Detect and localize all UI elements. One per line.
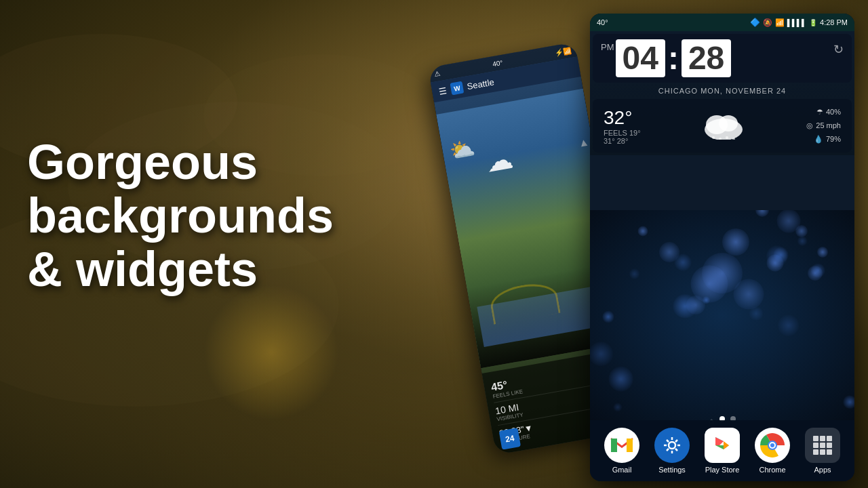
city-name: Seattle xyxy=(466,77,494,92)
bokeh-circle-extra xyxy=(673,294,696,318)
dock-item-settings[interactable]: Settings xyxy=(654,428,690,474)
gmail-icon xyxy=(604,428,639,463)
statusbar-temp-left: 40° xyxy=(492,58,503,67)
bokeh-circle-extra xyxy=(778,314,800,336)
weather-temp-section: 32° FEELS 19° 31° 28° xyxy=(604,107,641,145)
clock-date: CHICAGO MON, NOVEMBER 24 xyxy=(590,85,854,99)
apps-icon xyxy=(805,428,840,463)
bokeh-circle-extra xyxy=(602,311,614,323)
bokeh-circle xyxy=(817,247,828,258)
bluetooth-icon: 🔷 xyxy=(750,18,760,27)
headline-line3: & widgets xyxy=(27,243,334,296)
apps-label: Apps xyxy=(814,466,831,474)
statusbar-icons: ⚡📶 xyxy=(554,47,572,57)
svg-rect-8 xyxy=(611,439,617,452)
weather-cloud-icon xyxy=(648,106,800,146)
humidity-icon: 💧 xyxy=(814,133,823,146)
bokeh-circle xyxy=(638,226,648,237)
bokeh-circle-extra xyxy=(629,268,640,279)
svg-rect-34 xyxy=(820,443,825,448)
weather-widget: 32° FEELS 19° 31° 28° xyxy=(593,99,852,152)
clock-hour: 04 xyxy=(616,39,665,77)
svg-rect-30 xyxy=(813,436,818,441)
clock-ampm: PM xyxy=(601,42,614,52)
nav-indicator: ▲ xyxy=(577,136,590,150)
bokeh-circle-extra xyxy=(811,264,825,278)
weather-temp-big: 32° xyxy=(604,107,641,129)
wind-stat: ◎ 25 mph xyxy=(806,119,841,133)
bokeh-circle-extra xyxy=(675,253,692,270)
clock-widget: PM 04 : 28 ↻ xyxy=(593,34,852,83)
svg-rect-9 xyxy=(627,439,633,452)
bokeh-circle-extra xyxy=(608,366,633,391)
wind-icon: ◎ xyxy=(806,119,813,133)
humidity-stat: 💧 79% xyxy=(806,133,841,146)
playstore-icon xyxy=(705,428,740,463)
statusbar: 40° 🔷 🔕 📶 ▌▌▌▌ 🔋 4:28 PM xyxy=(590,14,854,31)
gmail-label: Gmail xyxy=(612,466,632,474)
svg-point-2 xyxy=(719,115,738,131)
svg-point-5 xyxy=(726,136,728,139)
bokeh-circle-extra xyxy=(590,342,613,366)
rain-pct: 40% xyxy=(826,106,841,119)
bokeh-circle-extra xyxy=(773,247,789,262)
headline: Gorgeous backgrounds & widgets xyxy=(27,136,334,297)
mute-icon: 🔕 xyxy=(763,18,772,27)
bokeh-circle xyxy=(755,210,769,217)
chrome-label: Chrome xyxy=(759,466,785,474)
weather-stats: ☂ 40% ◎ 25 mph 💧 79% xyxy=(806,106,841,146)
dock: Gmail xyxy=(590,420,854,481)
bokeh-circle xyxy=(702,253,743,293)
widget-area: PM 04 : 28 ↻ CHICAGO MON, NOVEMBER 24 32… xyxy=(590,31,854,155)
humidity-val: 79% xyxy=(826,133,841,146)
statusbar-time: 4:28 PM xyxy=(820,18,848,26)
statusbar-warning: ⚠ xyxy=(434,69,441,77)
bokeh-background xyxy=(590,210,854,420)
calendar-day: 24 xyxy=(505,434,515,443)
headline-line2: backgrounds xyxy=(27,189,334,243)
dock-item-gmail[interactable]: Gmail xyxy=(604,428,639,474)
dock-item-apps[interactable]: Apps xyxy=(805,428,840,474)
dock-item-playstore[interactable]: Play Store xyxy=(705,428,740,474)
rain-stat: ☂ 40% xyxy=(806,106,841,119)
weather-feels: FEELS 19° xyxy=(604,129,641,137)
svg-rect-38 xyxy=(827,449,832,455)
calendar-icon: 24 xyxy=(499,428,521,449)
headline-line1: Gorgeous xyxy=(27,136,334,189)
umbrella-icon: ☂ xyxy=(816,106,823,119)
clock-minute: 28 xyxy=(682,39,731,77)
chrome-icon xyxy=(755,428,790,463)
battery-icon: 🔋 xyxy=(809,19,817,26)
svg-rect-31 xyxy=(820,436,825,441)
bokeh-circle-extra xyxy=(703,296,710,304)
settings-label: Settings xyxy=(658,466,686,474)
svg-rect-35 xyxy=(827,443,832,448)
svg-point-29 xyxy=(770,443,774,447)
wind-speed: 25 mph xyxy=(816,119,841,133)
statusbar-icons: 🔷 🔕 📶 ▌▌▌▌ 🔋 4:28 PM xyxy=(750,18,848,27)
clock-display: PM 04 : 28 xyxy=(601,39,731,77)
phone-right: 40° 🔷 🔕 📶 ▌▌▌▌ 🔋 4:28 PM PM 04 xyxy=(590,14,854,481)
phone-right-screen: 40° 🔷 🔕 📶 ▌▌▌▌ 🔋 4:28 PM PM 04 xyxy=(590,14,854,481)
svg-rect-36 xyxy=(813,449,818,455)
wifi-icon: 📶 xyxy=(775,18,785,27)
clock-colon: : xyxy=(667,42,680,75)
statusbar-temp-right: 40° xyxy=(597,18,608,26)
menu-icon: ☰ xyxy=(438,85,448,96)
dock-item-chrome[interactable]: Chrome xyxy=(755,428,790,474)
signal-icon: ▌▌▌▌ xyxy=(787,19,806,26)
playstore-label: Play Store xyxy=(705,466,740,474)
bokeh-circle-extra xyxy=(843,395,854,409)
weather-app-icon: W xyxy=(450,81,464,96)
settings-icon xyxy=(654,428,690,463)
bokeh-circle-extra xyxy=(613,403,622,411)
svg-rect-32 xyxy=(827,436,832,441)
bokeh-circle-extra xyxy=(749,306,763,321)
svg-rect-37 xyxy=(820,449,825,455)
weather-range: 31° 28° xyxy=(604,137,641,145)
bokeh-circle xyxy=(722,228,749,256)
refresh-icon[interactable]: ↻ xyxy=(833,42,844,57)
svg-rect-33 xyxy=(813,443,818,448)
svg-point-3 xyxy=(712,136,715,139)
bokeh-circle-extra xyxy=(797,236,808,246)
